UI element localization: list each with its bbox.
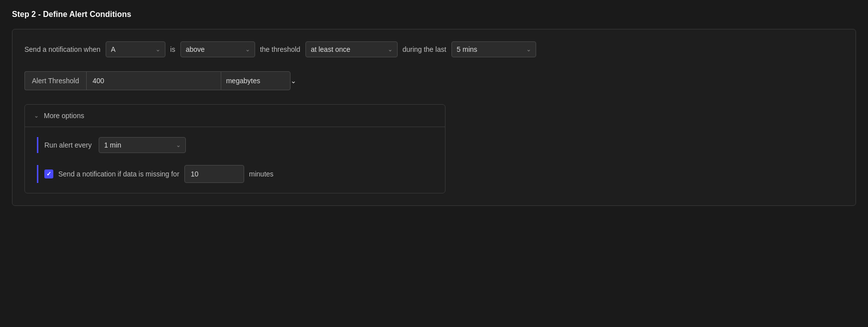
metric-select-wrapper: A B C ⌄: [106, 41, 165, 57]
more-options-body: Run alert every 1 min 5 mins 10 mins 30 …: [25, 127, 445, 193]
missing-data-checkbox-wrapper: ✓ Send a notification if data is missing…: [44, 165, 274, 183]
frequency-select[interactable]: at least once always never: [305, 41, 398, 57]
run-alert-row: Run alert every 1 min 5 mins 10 mins 30 …: [37, 137, 433, 153]
missing-data-label: Send a notification if data is missing f…: [58, 170, 179, 178]
time-window-select-wrapper: 5 mins 10 mins 15 mins 30 mins 1 hour ⌄: [451, 41, 536, 57]
unit-select-wrapper: bytes kilobytes megabytes gigabytes ⌄: [221, 71, 296, 90]
during-the-last-label: during the last: [403, 45, 446, 53]
is-label: is: [170, 45, 175, 53]
unit-chevron-icon: ⌄: [290, 77, 296, 85]
threshold-input[interactable]: [86, 71, 221, 90]
comparison-select[interactable]: above below equal to: [180, 41, 255, 57]
more-options-chevron-icon: ⌄: [34, 112, 39, 119]
threshold-row: Alert Threshold bytes kilobytes megabyte…: [24, 71, 844, 90]
metric-select[interactable]: A B C: [106, 41, 165, 57]
condition-row: Send a notification when A B C ⌄ is abov…: [24, 41, 844, 57]
more-options-section: ⌄ More options Run alert every 1 min 5 m…: [24, 104, 445, 193]
page-title: Step 2 - Define Alert Conditions: [12, 10, 856, 19]
missing-data-row: ✓ Send a notification if data is missing…: [37, 165, 433, 183]
time-window-select[interactable]: 5 mins 10 mins 15 mins 30 mins 1 hour: [451, 41, 536, 57]
the-threshold-label: the threshold: [260, 45, 300, 53]
run-alert-select-wrapper: 1 min 5 mins 10 mins 30 mins ⌄: [99, 137, 186, 153]
missing-data-input[interactable]: [184, 165, 244, 183]
checkmark-icon: ✓: [46, 170, 51, 177]
missing-data-checkbox[interactable]: ✓: [44, 169, 53, 178]
unit-select[interactable]: bytes kilobytes megabytes gigabytes: [221, 71, 290, 90]
run-alert-select[interactable]: 1 min 5 mins 10 mins 30 mins: [99, 137, 186, 153]
minutes-label: minutes: [249, 170, 274, 178]
frequency-select-wrapper: at least once always never ⌄: [305, 41, 398, 57]
main-card: Send a notification when A B C ⌄ is abov…: [12, 29, 856, 206]
comparison-select-wrapper: above below equal to ⌄: [180, 41, 255, 57]
more-options-header[interactable]: ⌄ More options: [25, 105, 445, 127]
more-options-label: More options: [44, 112, 84, 120]
run-alert-label: Run alert every: [44, 141, 92, 149]
alert-threshold-label: Alert Threshold: [24, 71, 86, 90]
send-notification-label: Send a notification when: [24, 45, 101, 53]
